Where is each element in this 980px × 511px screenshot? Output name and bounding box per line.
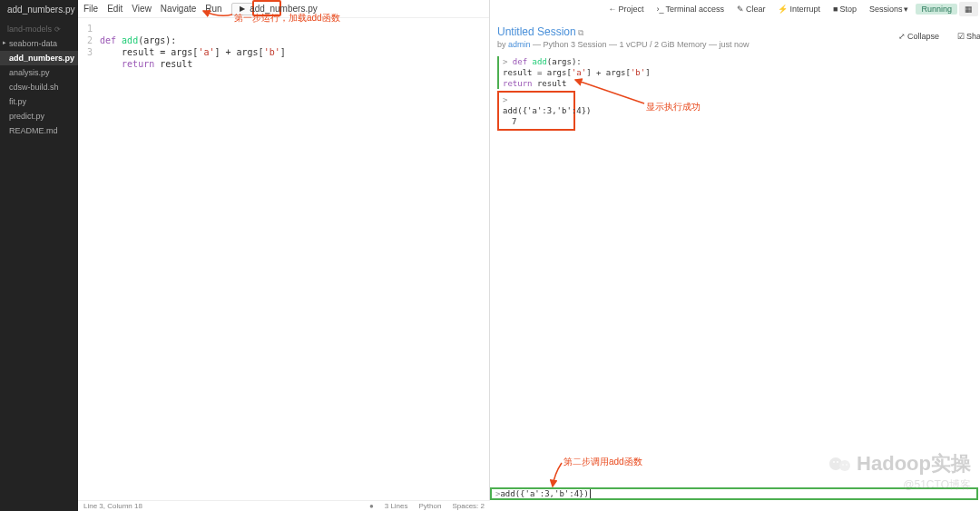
refresh-icon[interactable]: ⟳: [54, 25, 61, 34]
collapse-button[interactable]: ⤢Collapse: [893, 30, 945, 43]
session-toolbar: ←Project ›_Terminal access ✎Clear ⚡Inter…: [603, 0, 980, 18]
menu-edit[interactable]: Edit: [107, 4, 122, 14]
status-dot: ●: [369, 502, 374, 510]
result-call: add({'a':3,'b':4}): [503, 94, 570, 116]
interrupt-button[interactable]: ⚡Interrupt: [772, 3, 826, 15]
result-highlight-box: add({'a':3,'b':4}) 7: [497, 91, 575, 131]
eraser-icon: ✎: [737, 5, 744, 14]
sidebar-item-readme[interactable]: README.md: [0, 123, 78, 138]
executed-code-block: def add(args): result = args['a'] + args…: [497, 56, 973, 89]
file-sidebar: add_numbers.py land-models⟳ seaborn-data…: [0, 0, 78, 511]
status-lang: Python: [419, 502, 442, 510]
collapse-icon: ⤢: [898, 32, 906, 41]
annotation-success: 显示执行成功: [646, 101, 701, 113]
annotation-step1: 第一步运行，加载add函数: [234, 12, 340, 25]
caret-down-icon: ▾: [904, 5, 908, 14]
session-body: def add(args): result = args['a'] + args…: [490, 53, 980, 134]
menu-view[interactable]: View: [132, 4, 152, 14]
status-bar: Line 3, Column 18 ● 3 Lines Python Space…: [78, 500, 490, 511]
share-button[interactable]: ☑Share: [952, 30, 980, 43]
stop-button[interactable]: ■Stop: [828, 3, 862, 15]
cursor-position: Line 3, Column 18: [83, 502, 142, 510]
bolt-icon: ⚡: [778, 5, 788, 14]
arrow-2-icon: [572, 76, 646, 107]
sidebar-item-analysis[interactable]: analysis.py: [0, 65, 78, 80]
back-arrow-icon: ←: [608, 5, 616, 14]
clear-button[interactable]: ✎Clear: [731, 3, 771, 15]
editor-pane: File Edit View Navigate Run ▶ add_number…: [78, 0, 490, 500]
session-input[interactable]: add({'a':3,'b':4}): [490, 487, 978, 500]
status-spaces: Spaces: 2: [452, 502, 485, 510]
menu-navigate[interactable]: Navigate: [161, 4, 196, 14]
open-file-name: add_numbers.py: [0, 0, 78, 19]
sidebar-item-add-numbers[interactable]: add_numbers.py: [0, 51, 78, 65]
terminal-icon: ›_: [656, 5, 663, 14]
session-user-link[interactable]: admin: [508, 40, 531, 49]
sidebar-item-cdsw-build[interactable]: cdsw-build.sh: [0, 80, 78, 94]
sidebar-item-fit[interactable]: fit.py: [0, 94, 78, 109]
line-gutter: 123: [78, 23, 96, 58]
result-value: 7: [503, 116, 570, 127]
grid-button[interactable]: ▦: [959, 2, 978, 16]
project-button[interactable]: ←Project: [603, 3, 649, 15]
external-link-icon[interactable]: ⧉: [578, 28, 583, 37]
session-actions: ⤢Collapse ☑Share: [893, 27, 980, 45]
code-editor[interactable]: 123 def add(args): result = args['a'] + …: [78, 18, 489, 70]
sessions-dropdown[interactable]: Sessions▾: [864, 3, 915, 15]
status-lines: 3 Lines: [385, 502, 408, 510]
terminal-button[interactable]: ›_Terminal access: [651, 3, 730, 15]
arrow-1-icon: [201, 7, 234, 20]
sidebar-section-label: land-models⟳: [0, 19, 78, 36]
arrow-3-icon: [549, 461, 567, 488]
session-pane: ←Project ›_Terminal access ✎Clear ⚡Inter…: [490, 0, 980, 511]
code-content: def add(args): result = args['a'] + args…: [100, 23, 489, 70]
sidebar-item-predict[interactable]: predict.py: [0, 109, 78, 123]
grid-icon: ▦: [965, 5, 973, 14]
menu-file[interactable]: File: [83, 4, 98, 14]
share-icon: ☑: [957, 32, 965, 41]
annotation-step2: 第二步调用add函数: [564, 456, 642, 468]
status-badge: Running: [916, 4, 957, 15]
stop-icon: ■: [833, 5, 838, 14]
sidebar-folder[interactable]: seaborn-data: [0, 36, 78, 51]
